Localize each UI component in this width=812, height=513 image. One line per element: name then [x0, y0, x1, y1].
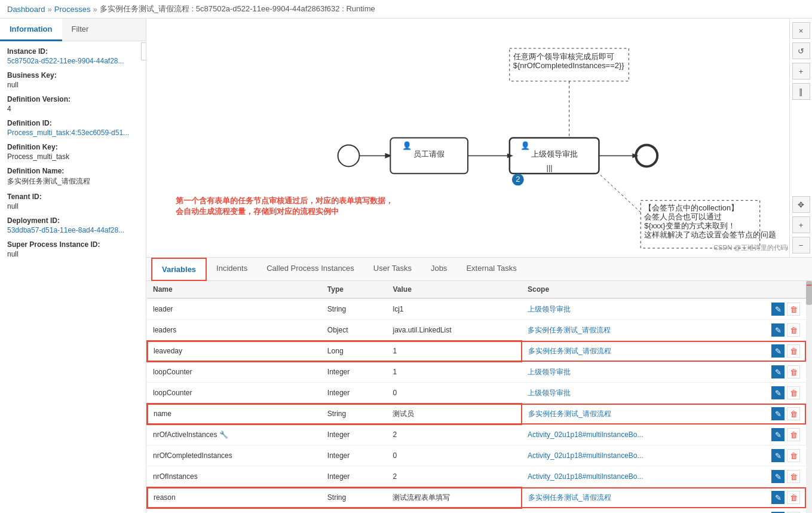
- delete-button[interactable]: 🗑: [787, 323, 800, 337]
- tab-information[interactable]: Information: [0, 19, 62, 41]
- cell-name: starter: [147, 508, 321, 514]
- cell-scope[interactable]: 多实例任务测试_请假流程: [522, 487, 765, 508]
- cell-value: lcj: [387, 508, 522, 514]
- cell-name: loopCounter: [147, 362, 321, 383]
- red-minus-icon: −: [806, 281, 811, 291]
- cell-name: leaveday: [147, 341, 321, 362]
- content-area: × ↺ + ‖ ✥ + − 第一个含有表单的任务节点审核通过后，对应的表单填写数…: [146, 19, 812, 513]
- delete-button[interactable]: 🗑: [787, 491, 800, 504]
- breadcrumb-processes[interactable]: Processes: [54, 5, 91, 14]
- cell-scope[interactable]: 多实例任务测试_请假流程: [522, 404, 765, 425]
- cell-actions: ✎🗑: [765, 445, 806, 466]
- edit-button[interactable]: ✎: [771, 449, 785, 462]
- info-instance-id: Instance ID: 5c87502a-d522-11ee-9904-44a…: [7, 47, 139, 65]
- node-leader-approve-label: 上级领导审批: [531, 149, 578, 158]
- cell-actions: ✎🗑: [765, 299, 806, 319]
- table-row: nrOfActiveInstances 🔧Integer2Activity_02…: [147, 425, 806, 445]
- zoom-in-button[interactable]: +: [792, 216, 810, 233]
- cell-actions: ✎🗑: [765, 508, 806, 513]
- cell-type: Integer: [321, 445, 387, 466]
- cell-actions: ✎🗑: [765, 425, 806, 445]
- annotation1-line1: 任意两个领导审核完成后即可: [513, 52, 614, 61]
- add-button[interactable]: +: [792, 63, 810, 80]
- move-button[interactable]: ✥: [792, 196, 810, 213]
- table-row: leavedayLong1多实例任务测试_请假流程✎🗑: [147, 341, 806, 362]
- cell-actions: ✎🗑: [765, 466, 806, 487]
- edit-button[interactable]: ✎: [771, 470, 785, 483]
- edit-button[interactable]: ✎: [771, 303, 785, 316]
- cell-scope[interactable]: Activity_02u1p18#multiInstanceBo...: [522, 445, 765, 466]
- cell-actions: ✎🗑: [765, 320, 806, 340]
- watermark: CSDN @王维诗里的代码i: [713, 243, 788, 252]
- cell-name: loopCounter: [147, 383, 321, 404]
- cell-scope[interactable]: 多实例任务测试_请假流程: [522, 508, 765, 514]
- table-row: leaderStringlcj1上级领导审批✎🗑: [147, 298, 806, 320]
- cell-type: Integer: [321, 383, 387, 404]
- info-business-key: Business Key: null: [7, 71, 139, 89]
- right-toolbar: × ↺ + ‖ ✥ + −: [789, 19, 812, 257]
- edit-button[interactable]: ✎: [771, 428, 785, 441]
- cell-scope[interactable]: 上级领导审批: [522, 362, 765, 383]
- tab-user-tasks[interactable]: User Tasks: [364, 258, 421, 281]
- cell-type: String: [321, 404, 387, 425]
- cell-value: 2: [387, 466, 522, 487]
- cell-scope[interactable]: 多实例任务测试_请假流程: [522, 341, 765, 362]
- cell-name: reason: [147, 487, 321, 508]
- delete-button[interactable]: 🗑: [787, 344, 800, 358]
- annotation2-line1: 【会签节点中的collection】: [644, 203, 739, 212]
- scrollbar[interactable]: −: [806, 281, 812, 513]
- edit-button[interactable]: ✎: [771, 365, 785, 378]
- info-definition-id: Definition ID: Process_multi_task:4:53ec…: [7, 119, 139, 137]
- bottom-area: Variables Incidents Called Process Insta…: [146, 258, 812, 513]
- tab-external-tasks[interactable]: External Tasks: [456, 258, 526, 281]
- cell-scope[interactable]: 上级领导审批: [522, 298, 765, 320]
- diagram-area: × ↺ + ‖ ✥ + − 第一个含有表单的任务节点审核通过后，对应的表单填写数…: [146, 19, 812, 258]
- breadcrumb-dashboard[interactable]: Dashboard: [7, 5, 45, 14]
- edit-button[interactable]: ✎: [771, 344, 785, 358]
- cell-actions: ✎🗑: [765, 383, 806, 403]
- delete-button[interactable]: 🗑: [787, 407, 800, 420]
- edit-button[interactable]: ✎: [771, 407, 785, 420]
- col-scope: Scope: [522, 281, 765, 298]
- red-note-line1: 第一个含有表单的任务节点审核通过后，对应的表单填写数据，: [176, 196, 393, 205]
- red-note-line2: 会自动生成流程变量，存储到对应的流程实例中: [175, 207, 339, 216]
- cell-scope[interactable]: Activity_02u1p18#multiInstanceBo...: [522, 466, 765, 487]
- edit-button[interactable]: ✎: [771, 491, 785, 504]
- tab-variables[interactable]: Variables: [151, 258, 207, 281]
- delete-button[interactable]: 🗑: [787, 449, 800, 462]
- cell-actions: ✎🗑: [765, 404, 806, 424]
- delete-button[interactable]: 🗑: [787, 303, 800, 316]
- tab-filter[interactable]: Filter: [62, 19, 99, 41]
- edit-button[interactable]: ✎: [771, 386, 785, 399]
- cell-value: 1: [387, 341, 522, 362]
- table-row: starterStringlcj多实例任务测试_请假流程✎🗑: [147, 508, 806, 514]
- delete-button[interactable]: 🗑: [787, 428, 800, 441]
- zoom-out-button[interactable]: −: [792, 237, 810, 254]
- cell-scope[interactable]: 上级领导审批: [522, 383, 765, 404]
- delete-button[interactable]: 🗑: [787, 386, 800, 399]
- scroll-top-indicator: −: [806, 281, 812, 289]
- delete-button[interactable]: 🗑: [787, 470, 800, 483]
- delete-button[interactable]: 🗑: [787, 365, 800, 378]
- table-row: nrOfCompletedInstancesInteger0Activity_0…: [147, 445, 806, 466]
- cell-name: name: [147, 404, 321, 425]
- sidebar-toggle-button[interactable]: ‹: [141, 42, 146, 60]
- table-row: leadersObjectjava.util.LinkedList多实例任务测试…: [147, 320, 806, 341]
- pause-button[interactable]: ‖: [792, 83, 810, 100]
- tab-called-process-instances[interactable]: Called Process Instances: [257, 258, 364, 281]
- end-event: [636, 145, 657, 166]
- cell-scope[interactable]: Activity_02u1p18#multiInstanceBo...: [522, 425, 765, 445]
- cell-type: Integer: [321, 362, 387, 383]
- cell-value: 测试流程表单填写: [387, 487, 522, 508]
- close-button[interactable]: ×: [792, 22, 810, 39]
- edit-button[interactable]: ✎: [771, 323, 785, 337]
- cell-value: 1: [387, 362, 522, 383]
- refresh-button[interactable]: ↺: [792, 42, 810, 59]
- annotation2-line3: ${xxx}变量的方式来取到！: [644, 221, 735, 230]
- table-row: loopCounterInteger1上级领导审批✎🗑: [147, 362, 806, 383]
- annotation2-line4: 这样就解决了动态设置会签节点的问题: [644, 230, 776, 239]
- tab-incidents[interactable]: Incidents: [207, 258, 257, 281]
- tab-jobs[interactable]: Jobs: [421, 258, 456, 281]
- cell-scope[interactable]: 多实例任务测试_请假流程: [522, 320, 765, 341]
- cell-value: java.util.LinkedList: [387, 320, 522, 341]
